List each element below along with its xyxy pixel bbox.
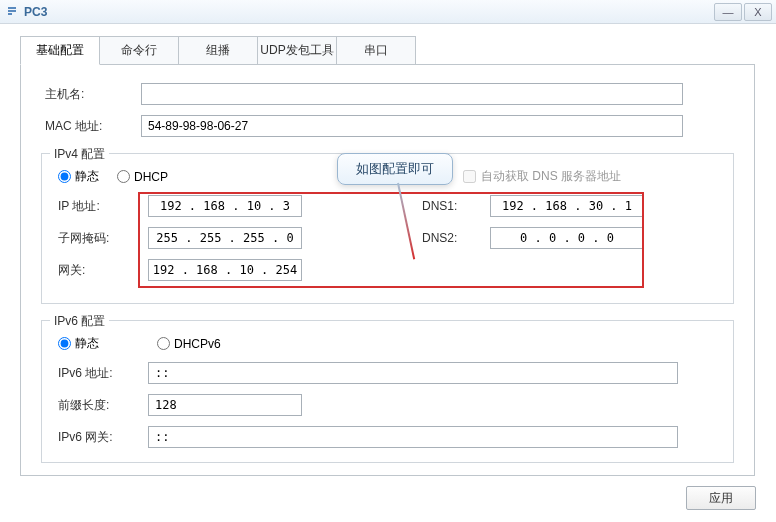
hostname-input[interactable] bbox=[141, 83, 683, 105]
title-bar: PC3 — X bbox=[0, 0, 776, 24]
ipv6-fieldset: IPv6 配置 静态 DHCPv6 IPv6 地址: :: 前缀长度: 128 … bbox=[41, 320, 734, 463]
apply-button[interactable]: 应用 bbox=[686, 486, 756, 510]
tab-multicast[interactable]: 组播 bbox=[178, 36, 258, 64]
dns2-input[interactable]: 0 . 0 . 0 . 0 bbox=[490, 227, 644, 249]
tabs: 基础配置 命令行 组播 UDP发包工具 串口 bbox=[20, 36, 755, 65]
gateway-label: 网关: bbox=[54, 262, 148, 279]
subnet-mask-label: 子网掩码: bbox=[54, 230, 148, 247]
ipv6-prefix-label: 前缀长度: bbox=[54, 397, 148, 414]
ipv6-addr-input[interactable]: :: bbox=[148, 362, 678, 384]
gateway-input[interactable]: 192 . 168 . 10 . 254 bbox=[148, 259, 302, 281]
ip-address-label: IP 地址: bbox=[54, 198, 148, 215]
ipv6-addr-label: IPv6 地址: bbox=[54, 365, 148, 382]
ip-address-input[interactable]: 192 . 168 . 10 . 3 bbox=[148, 195, 302, 217]
tab-cli[interactable]: 命令行 bbox=[99, 36, 179, 64]
mac-value: 54-89-98-98-06-27 bbox=[141, 115, 683, 137]
ipv4-dhcp-radio[interactable]: DHCP bbox=[117, 170, 168, 184]
window-title: PC3 bbox=[24, 5, 714, 19]
ipv4-legend: IPv4 配置 bbox=[50, 146, 109, 163]
subnet-mask-input[interactable]: 255 . 255 . 255 . 0 bbox=[148, 227, 302, 249]
ipv6-legend: IPv6 配置 bbox=[50, 313, 109, 330]
tab-serial[interactable]: 串口 bbox=[336, 36, 416, 64]
ipv6-gateway-label: IPv6 网关: bbox=[54, 429, 148, 446]
ipv4-static-radio[interactable]: 静态 bbox=[58, 168, 99, 185]
dns2-label: DNS2: bbox=[422, 231, 490, 245]
app-icon bbox=[4, 4, 20, 20]
dns1-label: DNS1: bbox=[422, 199, 490, 213]
close-button[interactable]: X bbox=[744, 3, 772, 21]
mac-label: MAC 地址: bbox=[41, 118, 141, 135]
minimize-button[interactable]: — bbox=[714, 3, 742, 21]
ipv6-dhcpv6-radio[interactable]: DHCPv6 bbox=[157, 337, 221, 351]
auto-dns-checkbox[interactable]: 自动获取 DNS 服务器地址 bbox=[463, 168, 621, 185]
tab-basic[interactable]: 基础配置 bbox=[20, 36, 100, 65]
dns1-input[interactable]: 192 . 168 . 30 . 1 bbox=[490, 195, 644, 217]
ipv6-static-radio[interactable]: 静态 bbox=[58, 335, 99, 352]
callout-text: 如图配置即可 bbox=[337, 153, 453, 185]
hostname-label: 主机名: bbox=[41, 86, 141, 103]
ipv6-prefix-input[interactable]: 128 bbox=[148, 394, 302, 416]
ipv6-gateway-input[interactable]: :: bbox=[148, 426, 678, 448]
config-panel: 主机名: MAC 地址: 54-89-98-98-06-27 IPv4 配置 静… bbox=[20, 65, 755, 476]
tab-udp[interactable]: UDP发包工具 bbox=[257, 36, 337, 64]
callout-annotation: 如图配置即可 bbox=[337, 153, 453, 185]
